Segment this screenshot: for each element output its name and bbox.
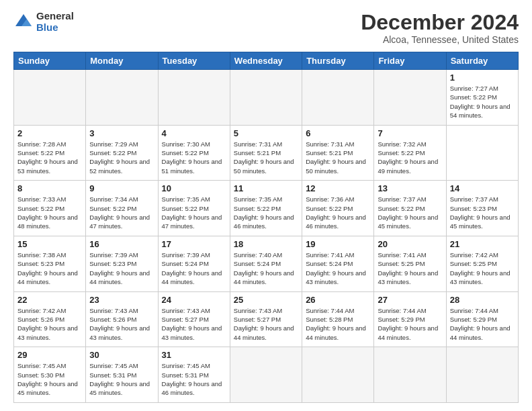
- calendar-cell: 31Sunrise: 7:45 AMSunset: 5:31 PMDayligh…: [158, 347, 230, 403]
- col-friday: Friday: [374, 52, 446, 70]
- logo: General Blue: [13, 11, 74, 33]
- calendar-cell: 3Sunrise: 7:29 AMSunset: 5:22 PMDaylight…: [86, 125, 158, 181]
- week-row-1: 2Sunrise: 7:28 AMSunset: 5:22 PMDaylight…: [14, 125, 519, 181]
- day-info: Sunrise: 7:41 AMSunset: 5:24 PMDaylight:…: [306, 250, 370, 286]
- day-number: 21: [450, 239, 515, 249]
- calendar-table: Sunday Monday Tuesday Wednesday Thursday…: [13, 52, 519, 403]
- day-info: Sunrise: 7:28 AMSunset: 5:22 PMDaylight:…: [17, 140, 82, 175]
- calendar-cell: [230, 347, 302, 403]
- page: General Blue December 2024 Alcoa, Tennes…: [0, 0, 532, 411]
- day-number: 20: [378, 239, 442, 249]
- day-number: 13: [378, 183, 442, 193]
- day-info: Sunrise: 7:45 AMSunset: 5:31 PMDaylight:…: [89, 361, 154, 397]
- calendar-cell: 11Sunrise: 7:35 AMSunset: 5:22 PMDayligh…: [230, 181, 302, 236]
- calendar-cell: 16Sunrise: 7:39 AMSunset: 5:23 PMDayligh…: [86, 236, 158, 292]
- calendar-cell: [302, 347, 374, 403]
- calendar-cell: 24Sunrise: 7:43 AMSunset: 5:27 PMDayligh…: [158, 291, 230, 347]
- logo-blue-text: Blue: [36, 22, 74, 34]
- week-row-0: 1Sunrise: 7:27 AMSunset: 5:22 PMDaylight…: [14, 70, 519, 126]
- day-number: 9: [89, 183, 154, 193]
- day-number: 19: [306, 239, 370, 249]
- subtitle: Alcoa, Tennessee, United States: [361, 34, 519, 45]
- day-number: 1: [450, 73, 515, 83]
- day-number: 16: [89, 239, 154, 249]
- day-number: 2: [17, 128, 82, 138]
- day-info: Sunrise: 7:39 AMSunset: 5:23 PMDaylight:…: [89, 250, 154, 286]
- calendar-cell: [86, 70, 158, 126]
- day-number: 25: [234, 295, 298, 305]
- day-info: Sunrise: 7:31 AMSunset: 5:21 PMDaylight:…: [234, 140, 298, 175]
- day-number: 5: [234, 128, 298, 138]
- main-title: December 2024: [361, 11, 519, 34]
- logo-icon: [13, 12, 34, 32]
- day-info: Sunrise: 7:43 AMSunset: 5:27 PMDaylight:…: [234, 306, 298, 342]
- day-info: Sunrise: 7:35 AMSunset: 5:22 PMDaylight:…: [162, 195, 226, 230]
- calendar-cell: 13Sunrise: 7:37 AMSunset: 5:22 PMDayligh…: [374, 181, 446, 236]
- calendar-cell: 22Sunrise: 7:42 AMSunset: 5:26 PMDayligh…: [14, 291, 86, 347]
- calendar-cell: [158, 70, 230, 126]
- calendar-cell: 8Sunrise: 7:33 AMSunset: 5:22 PMDaylight…: [14, 181, 86, 236]
- calendar-cell: 14Sunrise: 7:37 AMSunset: 5:23 PMDayligh…: [446, 181, 518, 236]
- day-info: Sunrise: 7:32 AMSunset: 5:22 PMDaylight:…: [378, 140, 442, 175]
- calendar-cell: 17Sunrise: 7:39 AMSunset: 5:24 PMDayligh…: [158, 236, 230, 292]
- week-row-5: 29Sunrise: 7:45 AMSunset: 5:30 PMDayligh…: [14, 347, 519, 403]
- day-info: Sunrise: 7:35 AMSunset: 5:22 PMDaylight:…: [234, 195, 298, 230]
- calendar-cell: 29Sunrise: 7:45 AMSunset: 5:30 PMDayligh…: [14, 347, 86, 403]
- calendar-cell: [230, 70, 302, 126]
- day-number: 6: [306, 128, 370, 138]
- calendar-cell: 28Sunrise: 7:44 AMSunset: 5:29 PMDayligh…: [446, 291, 518, 347]
- day-number: 4: [162, 128, 226, 138]
- week-row-4: 22Sunrise: 7:42 AMSunset: 5:26 PMDayligh…: [14, 291, 519, 347]
- day-number: 10: [162, 183, 226, 193]
- day-number: 23: [89, 295, 154, 305]
- day-info: Sunrise: 7:40 AMSunset: 5:24 PMDaylight:…: [234, 250, 298, 286]
- logo-general-text: General: [36, 11, 74, 22]
- col-sunday: Sunday: [14, 52, 86, 70]
- day-number: 28: [450, 295, 515, 305]
- day-number: 26: [306, 295, 370, 305]
- day-info: Sunrise: 7:42 AMSunset: 5:26 PMDaylight:…: [17, 306, 82, 342]
- calendar-cell: 27Sunrise: 7:44 AMSunset: 5:29 PMDayligh…: [374, 291, 446, 347]
- calendar-cell: 26Sunrise: 7:44 AMSunset: 5:28 PMDayligh…: [302, 291, 374, 347]
- day-info: Sunrise: 7:42 AMSunset: 5:25 PMDaylight:…: [450, 250, 515, 286]
- col-thursday: Thursday: [302, 52, 374, 70]
- header: General Blue December 2024 Alcoa, Tennes…: [13, 11, 519, 45]
- day-number: 15: [17, 239, 82, 249]
- day-info: Sunrise: 7:31 AMSunset: 5:21 PMDaylight:…: [306, 140, 370, 175]
- day-info: Sunrise: 7:33 AMSunset: 5:22 PMDaylight:…: [17, 195, 82, 230]
- day-info: Sunrise: 7:45 AMSunset: 5:30 PMDaylight:…: [17, 361, 82, 397]
- logo-text: General Blue: [36, 11, 74, 33]
- day-info: Sunrise: 7:45 AMSunset: 5:31 PMDaylight:…: [162, 361, 226, 397]
- day-number: 11: [234, 183, 298, 193]
- day-info: Sunrise: 7:43 AMSunset: 5:26 PMDaylight:…: [89, 306, 154, 342]
- calendar-cell: 7Sunrise: 7:32 AMSunset: 5:22 PMDaylight…: [374, 125, 446, 181]
- calendar-cell: [14, 70, 86, 126]
- day-info: Sunrise: 7:44 AMSunset: 5:29 PMDaylight:…: [378, 306, 442, 342]
- day-number: 30: [89, 350, 154, 360]
- day-number: 27: [378, 295, 442, 305]
- calendar-cell: 6Sunrise: 7:31 AMSunset: 5:21 PMDaylight…: [302, 125, 374, 181]
- day-number: 18: [234, 239, 298, 249]
- day-info: Sunrise: 7:29 AMSunset: 5:22 PMDaylight:…: [89, 140, 154, 175]
- day-info: Sunrise: 7:30 AMSunset: 5:22 PMDaylight:…: [162, 140, 226, 175]
- calendar-cell: 9Sunrise: 7:34 AMSunset: 5:22 PMDaylight…: [86, 181, 158, 236]
- calendar-cell: [374, 347, 446, 403]
- calendar-cell: 2Sunrise: 7:28 AMSunset: 5:22 PMDaylight…: [14, 125, 86, 181]
- calendar-cell: 19Sunrise: 7:41 AMSunset: 5:24 PMDayligh…: [302, 236, 374, 292]
- calendar-cell: 1Sunrise: 7:27 AMSunset: 5:22 PMDaylight…: [446, 70, 518, 126]
- day-info: Sunrise: 7:44 AMSunset: 5:29 PMDaylight:…: [450, 306, 515, 342]
- day-number: 24: [162, 295, 226, 305]
- day-info: Sunrise: 7:27 AMSunset: 5:22 PMDaylight:…: [450, 84, 515, 120]
- day-info: Sunrise: 7:34 AMSunset: 5:22 PMDaylight:…: [89, 195, 154, 230]
- day-number: 12: [306, 183, 370, 193]
- day-info: Sunrise: 7:37 AMSunset: 5:23 PMDaylight:…: [450, 195, 515, 230]
- calendar-cell: 4Sunrise: 7:30 AMSunset: 5:22 PMDaylight…: [158, 125, 230, 181]
- calendar-cell: 30Sunrise: 7:45 AMSunset: 5:31 PMDayligh…: [86, 347, 158, 403]
- calendar-cell: 20Sunrise: 7:41 AMSunset: 5:25 PMDayligh…: [374, 236, 446, 292]
- day-info: Sunrise: 7:39 AMSunset: 5:24 PMDaylight:…: [162, 250, 226, 286]
- title-block: December 2024 Alcoa, Tennessee, United S…: [361, 11, 519, 45]
- col-tuesday: Tuesday: [158, 52, 230, 70]
- calendar-cell: [446, 347, 518, 403]
- day-number: 3: [89, 128, 154, 138]
- col-wednesday: Wednesday: [230, 52, 302, 70]
